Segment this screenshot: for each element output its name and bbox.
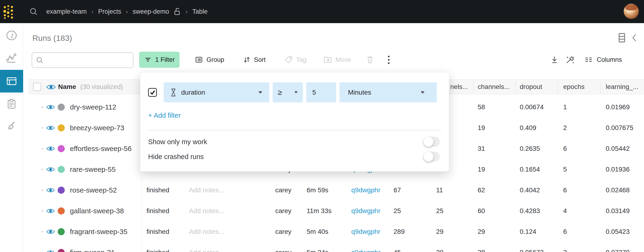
breadcrumb-project[interactable]: sweep-demo xyxy=(132,8,169,15)
group-button-label: Group xyxy=(206,56,224,63)
group-button[interactable]: Group xyxy=(190,52,229,68)
run-color-dot[interactable] xyxy=(58,166,65,173)
run-name[interactable]: firm-sweep-31 xyxy=(70,249,115,252)
chevron-down-icon xyxy=(294,91,298,93)
run-value: 19 xyxy=(478,166,485,173)
run-color-dot[interactable] xyxy=(58,187,65,194)
visibility-eye-icon[interactable] xyxy=(46,250,55,252)
drag-handle[interactable] xyxy=(42,169,43,170)
drag-handle[interactable] xyxy=(42,190,43,191)
sort-button[interactable]: Sort xyxy=(238,52,270,68)
wandb-runs-page: example-team › Projects › sweep-demo › T… xyxy=(0,0,644,252)
user-avatar[interactable] xyxy=(624,4,639,19)
run-sweep-link[interactable]: q9dwgphr xyxy=(351,228,380,236)
sweep-controls-button[interactable] xyxy=(560,52,580,68)
collapse-chevron-icon[interactable] xyxy=(631,33,638,42)
sidebar-item-overview[interactable]: i xyxy=(0,26,23,44)
search-input[interactable] xyxy=(46,57,126,64)
filter-button[interactable]: 1 Filter xyxy=(139,52,180,68)
breadcrumb-table[interactable]: Table xyxy=(192,8,208,15)
search-icon xyxy=(36,56,44,64)
more-actions-button[interactable] xyxy=(383,52,394,68)
filter-field-value: duration xyxy=(181,89,205,96)
run-color-dot[interactable] xyxy=(58,104,65,111)
filter-value-input[interactable]: 5 xyxy=(306,82,336,102)
column-header-epochs[interactable]: epochs xyxy=(563,83,584,91)
visibility-eye-icon[interactable] xyxy=(46,229,55,235)
visualized-count: (30 visualized) xyxy=(80,83,123,91)
run-value: 0.4042 xyxy=(520,186,540,194)
run-color-dot[interactable] xyxy=(58,145,65,152)
column-header-name[interactable]: Name xyxy=(58,83,76,91)
hide-crashed-runs-toggle[interactable] xyxy=(424,152,440,162)
run-sweep-link[interactable]: q9dwgphr xyxy=(351,186,380,194)
breadcrumb-separator: › xyxy=(126,8,128,15)
group-icon xyxy=(195,56,203,64)
run-notes[interactable]: Add notes... xyxy=(189,249,224,252)
breadcrumb-projects[interactable]: Projects xyxy=(98,8,121,15)
run-value: 11 xyxy=(436,186,443,194)
run-value: 0.07370 xyxy=(606,249,630,252)
run-name[interactable]: rose-sweep-52 xyxy=(70,186,117,194)
filter-field-dropdown[interactable]: duration xyxy=(164,82,269,102)
sidebar-item-charts[interactable] xyxy=(0,49,23,67)
column-header-learning-rate[interactable]: learning_... xyxy=(606,83,638,91)
run-value: 67 xyxy=(394,186,401,194)
run-name[interactable]: rare-sweep-55 xyxy=(70,165,116,173)
add-filter-link[interactable]: + Add filter xyxy=(148,112,181,119)
filter-enabled-checkbox[interactable] xyxy=(148,88,157,97)
drag-handle[interactable] xyxy=(42,127,43,129)
table-layout-icon[interactable] xyxy=(618,32,626,43)
run-name[interactable]: gallant-sweep-38 xyxy=(70,207,124,215)
visibility-eye-icon[interactable] xyxy=(46,84,56,90)
show-only-my-work-toggle[interactable] xyxy=(424,137,440,147)
run-name[interactable]: breezy-sweep-73 xyxy=(70,124,124,132)
run-value: 0.03149 xyxy=(606,207,630,215)
run-color-dot[interactable] xyxy=(58,249,65,252)
filter-button-label: 1 Filter xyxy=(155,56,175,63)
run-sweep-link[interactable]: q9dwgphr xyxy=(351,207,380,215)
visibility-eye-icon[interactable] xyxy=(46,146,55,152)
column-header-dropout[interactable]: dropout xyxy=(520,83,542,91)
sidebar-item-table[interactable] xyxy=(0,70,23,92)
select-all-checkbox[interactable] xyxy=(33,83,41,91)
run-value: 6 xyxy=(563,186,567,194)
run-value: 0.4283 xyxy=(520,207,540,215)
columns-button[interactable]: Columns xyxy=(579,52,627,68)
filter-operator-dropdown[interactable]: ≥ xyxy=(273,82,303,102)
filter-operator-value: ≥ xyxy=(278,88,282,97)
toggle-knob xyxy=(424,137,434,147)
visibility-eye-icon[interactable] xyxy=(46,208,55,214)
visibility-eye-icon[interactable] xyxy=(46,187,55,193)
search-icon[interactable] xyxy=(29,7,38,16)
download-icon xyxy=(550,55,559,64)
run-value: 0.01936 xyxy=(606,166,630,173)
visibility-eye-icon[interactable] xyxy=(46,125,55,131)
run-value: 0.02468 xyxy=(606,186,630,194)
drag-handle[interactable] xyxy=(42,210,43,212)
table-row: gallant-sweep-38 finished Add notes... c… xyxy=(0,201,644,221)
visibility-eye-icon[interactable] xyxy=(46,104,55,110)
run-notes[interactable]: Add notes... xyxy=(189,207,224,215)
run-notes[interactable]: Add notes... xyxy=(189,186,224,194)
run-sweep-link[interactable]: q9dwgphr xyxy=(351,249,380,252)
breadcrumb-team[interactable]: example-team xyxy=(46,8,87,15)
run-value: 62 xyxy=(478,186,485,194)
run-value: 19 xyxy=(478,124,485,132)
column-header-channels-truncated[interactable]: nels... xyxy=(450,83,468,91)
move-button: Move xyxy=(318,52,356,68)
drag-handle[interactable] xyxy=(42,106,43,108)
run-name[interactable]: effortless-sweep-56 xyxy=(70,145,132,153)
wandb-logo-icon[interactable] xyxy=(3,5,14,18)
drag-handle[interactable] xyxy=(42,231,43,233)
drag-handle[interactable] xyxy=(42,148,43,149)
run-color-dot[interactable] xyxy=(58,228,65,235)
run-notes[interactable]: Add notes... xyxy=(189,228,224,236)
visibility-eye-icon[interactable] xyxy=(46,167,55,173)
run-color-dot[interactable] xyxy=(58,124,65,131)
column-header-channels[interactable]: channels... xyxy=(478,83,510,91)
run-name[interactable]: fragrant-sweep-35 xyxy=(70,228,127,236)
run-color-dot[interactable] xyxy=(58,207,65,215)
run-name[interactable]: dry-sweep-112 xyxy=(70,103,116,111)
filter-unit-dropdown[interactable]: Minutes xyxy=(340,82,437,102)
